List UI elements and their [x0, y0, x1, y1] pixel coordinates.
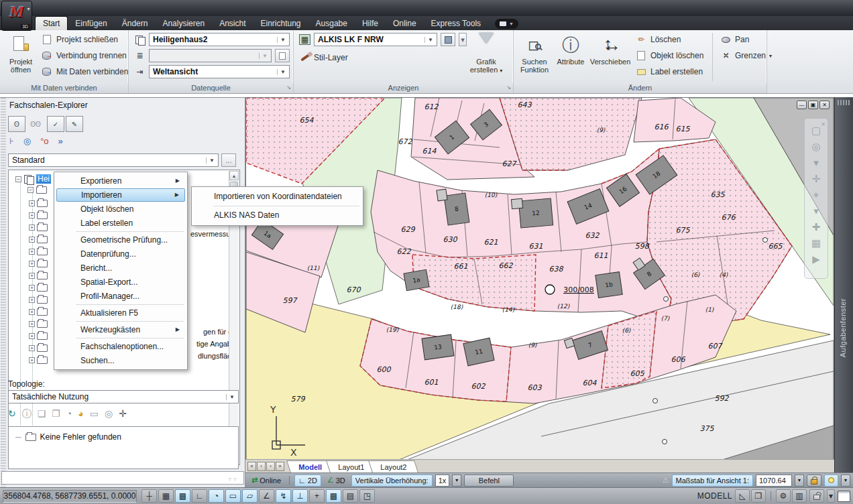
- aufgabenfenster-strip[interactable]: Aufgabenfenster: [834, 97, 853, 472]
- lighting-button[interactable]: [824, 475, 838, 487]
- menu-item-objekt-löschen[interactable]: Objekt löschen: [56, 202, 185, 216]
- properties-icon[interactable]: ▤: [343, 489, 358, 503]
- tree-node[interactable]: +: [29, 260, 48, 267]
- showmotion-icon[interactable]: ▦: [811, 238, 821, 248]
- pan-button[interactable]: Pan: [720, 32, 749, 47]
- layout-windows-icon[interactable]: ❐: [751, 489, 766, 503]
- menu-item-datenprüfung-[interactable]: Datenprüfung...: [56, 247, 185, 261]
- expand-icon[interactable]: +: [29, 297, 35, 303]
- grid-dots-icon[interactable]: ▦: [158, 489, 174, 503]
- building-1b[interactable]: 1b: [595, 272, 622, 298]
- building-12[interactable]: 12: [518, 198, 553, 228]
- topology-result-box[interactable]: ─Keine Fehler gefunden: [8, 426, 239, 469]
- expand-icon[interactable]: +: [29, 273, 35, 279]
- coordinates-readout[interactable]: 356804.4768, 5687739.6551, 0.0000: [3, 490, 137, 503]
- tree-node[interactable]: +: [29, 272, 48, 279]
- status-menu-icon[interactable]: ▾: [827, 489, 835, 503]
- osnap-icon[interactable]: ▭: [225, 489, 241, 503]
- zoom-icon[interactable]: ◔: [66, 408, 72, 420]
- expand-icon[interactable]: +: [29, 309, 35, 315]
- viewcube-icon[interactable]: ▢: [811, 125, 821, 135]
- datasource-dropdown[interactable]: Heiligenhaus2▼: [149, 33, 290, 46]
- suchen-funktion-button[interactable]: ◻ Suchen Funktion: [516, 32, 553, 82]
- snap-icon[interactable]: ┼: [141, 489, 157, 503]
- objekt-loeschen-button[interactable]: ✕Objekt löschen: [636, 48, 703, 63]
- ortho-icon[interactable]: ∟: [192, 489, 207, 503]
- collapse-icon[interactable]: −: [27, 187, 34, 193]
- label-erstellen-button[interactable]: Label erstellen: [636, 64, 703, 79]
- expand-icon[interactable]: +: [29, 345, 35, 351]
- zoom-extents-icon[interactable]: ⌖: [813, 190, 819, 200]
- check-table-icon[interactable]: ✓: [47, 116, 64, 132]
- verschieben-button[interactable]: ↔↕ Verschieben: [589, 32, 632, 82]
- building-8[interactable]: 8: [444, 193, 469, 225]
- menu-item-label-erstellen[interactable]: Label erstellen: [56, 216, 185, 230]
- vertical-exaggeration-label[interactable]: Vertikale Überhöhung:: [351, 475, 433, 487]
- expand-icon[interactable]: +: [29, 261, 35, 267]
- first-tab-icon[interactable]: «: [247, 462, 256, 471]
- polar-icon[interactable]: ◔: [209, 489, 224, 503]
- target-icon[interactable]: ◎: [105, 408, 113, 420]
- plus-icon[interactable]: +: [309, 489, 325, 503]
- expand-icon[interactable]: +: [29, 321, 35, 327]
- stil-layer-button[interactable]: Stil-Layer: [299, 50, 348, 65]
- collapse-icon[interactable]: −: [15, 176, 21, 182]
- clean-screen-button[interactable]: [838, 491, 850, 502]
- tree-node[interactable]: +: [29, 357, 48, 364]
- grenzen-button[interactable]: ✛Grenzen▾: [720, 48, 772, 63]
- workspace-icon[interactable]: ◳: [359, 489, 375, 503]
- menu-item-exportieren[interactable]: Exportieren▶: [56, 174, 185, 188]
- tree-node[interactable]: +: [29, 296, 48, 304]
- chevron-down-icon[interactable]: ▼: [452, 475, 461, 487]
- pan-hand-icon[interactable]: ✛: [812, 174, 821, 184]
- tree-filter-icon[interactable]: ⊦: [9, 136, 14, 146]
- tree-node[interactable]: +: [29, 248, 48, 255]
- feature-class-dropdown[interactable]: ▼: [149, 49, 272, 62]
- orbit-icon[interactable]: ◎: [811, 141, 820, 151]
- play-icon[interactable]: ▶: [812, 254, 820, 264]
- caret-down-icon[interactable]: ▾: [813, 206, 819, 216]
- tree-node[interactable]: +: [29, 308, 48, 316]
- profile-dropdown[interactable]: Standard▼: [8, 153, 219, 167]
- panel-resize-strip[interactable]: ⁘⁘: [1, 471, 244, 485]
- grafik-erstellen-button[interactable]: Grafik erstellen ▾: [463, 32, 510, 82]
- menu-item-aktualisieren-f5[interactable]: Aktualisieren F5: [56, 306, 185, 320]
- cube-icon[interactable]: ❏: [38, 408, 46, 420]
- dyninput-icon[interactable]: ↯: [276, 489, 291, 503]
- tree-node[interactable]: +: [29, 200, 48, 207]
- tab-ansicht[interactable]: Ansicht: [212, 17, 253, 30]
- 3d-button[interactable]: ∠3D: [324, 475, 349, 487]
- scroll-up-icon[interactable]: ▲: [229, 171, 239, 180]
- 2d-button[interactable]: ∟2D: [294, 475, 321, 487]
- settings-gear-icon[interactable]: ⚙: [776, 489, 791, 503]
- cross-icon[interactable]: ✛: [119, 408, 127, 420]
- tab-ändern[interactable]: Ändern: [115, 17, 156, 30]
- chevron-down-icon[interactable]: ▼: [841, 475, 850, 487]
- menu-item-bericht-[interactable]: Bericht...: [56, 261, 185, 275]
- close-button[interactable]: ✕: [819, 101, 830, 109]
- submenu-item-importieren-von-koordinatendateien[interactable]: Importieren von Koordinatendateien: [194, 189, 361, 204]
- expand-icon[interactable]: +: [29, 212, 35, 218]
- expand-icon[interactable]: +: [29, 225, 35, 231]
- tree-node[interactable]: +: [29, 320, 48, 328]
- chevrons-icon[interactable]: »: [58, 136, 63, 146]
- close-icon[interactable]: ✕: [821, 119, 826, 129]
- menu-item-suchen-[interactable]: Suchen...: [56, 354, 185, 367]
- panel-title[interactable]: Datenquelle↘: [129, 83, 293, 93]
- menu-item-werkzeugkästen[interactable]: Werkzeugkästen▶: [56, 323, 185, 336]
- panel-grip[interactable]: [1, 98, 6, 487]
- tab-start[interactable]: Start: [35, 16, 68, 30]
- tab-einfügen[interactable]: Einfügen: [68, 17, 114, 30]
- tree-root-label[interactable]: Hei: [36, 174, 51, 184]
- tree-node[interactable]: +: [29, 284, 48, 292]
- panel-title[interactable]: Ändern: [514, 83, 766, 93]
- last-tab-icon[interactable]: »: [276, 462, 284, 471]
- cubes-icon[interactable]: ❐: [52, 408, 60, 420]
- tab-layout2[interactable]: Layout2: [368, 460, 418, 472]
- menu-item-spatial-export-[interactable]: Spatial-Export...: [56, 275, 185, 289]
- menu-item-fachschalenoptionen-[interactable]: Fachschalenoptionen...: [56, 340, 185, 353]
- zoom-flash-icon[interactable]: ◕: [78, 408, 83, 420]
- panel-title[interactable]: Anzeigen↘: [294, 83, 513, 93]
- building-annex[interactable]: [511, 198, 522, 208]
- tree-node[interactable]: +: [29, 236, 48, 243]
